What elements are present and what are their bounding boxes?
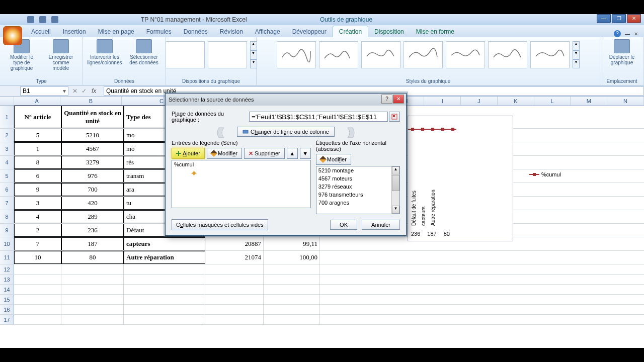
tab-donnees[interactable]: Données	[178, 26, 214, 37]
row-header[interactable]: 15	[0, 295, 14, 304]
axis-listbox[interactable]: 5210 montage 4567 moteurs 3279 réseaux 9…	[316, 166, 400, 214]
minimize-button[interactable]: —	[597, 14, 611, 23]
switch-row-col-button[interactable]: Intervertir les lignes/colonnes	[88, 39, 121, 65]
cell[interactable]: 3	[14, 197, 61, 210]
row-header[interactable]: 6	[0, 183, 14, 196]
cell[interactable]: 4567	[61, 142, 124, 155]
scroll-thumb[interactable]	[392, 175, 399, 191]
help-icon[interactable]: ?	[614, 30, 621, 37]
list-item[interactable]: 976 transmetteurs	[316, 191, 399, 199]
row-header[interactable]: 10	[0, 237, 14, 250]
tab-insertion[interactable]: Insertion	[57, 26, 92, 37]
range-picker-icon[interactable]	[389, 112, 400, 122]
gallery-more-icon[interactable]: ▾	[573, 59, 580, 68]
cell[interactable]: 420	[61, 197, 124, 210]
layout-thumb[interactable]	[166, 41, 205, 68]
list-item[interactable]: 3279 réseaux	[316, 183, 399, 191]
office-button[interactable]	[3, 26, 22, 45]
remove-series-button[interactable]: ✕Supprimer	[244, 148, 285, 159]
list-item[interactable]: 5210 montage	[316, 166, 399, 174]
col-header[interactable]: M	[571, 97, 607, 105]
gallery-down-icon[interactable]: ▼	[250, 50, 257, 59]
name-box-dropdown-icon[interactable]: ▾	[63, 87, 66, 95]
ok-button[interactable]: OK	[330, 220, 357, 230]
move-chart-button[interactable]: Déplacer le graphique	[605, 39, 638, 65]
cell[interactable]: Autre réparation	[124, 251, 205, 264]
ribbon-minimize-icon[interactable]: —	[625, 31, 630, 37]
tab-developpeur[interactable]: Développeur	[286, 26, 333, 37]
style-thumb[interactable]	[319, 41, 358, 68]
cell[interactable]: 20887	[205, 237, 264, 250]
tab-mise-en-page[interactable]: Mise en page	[92, 26, 140, 37]
col-header[interactable]: N	[607, 97, 644, 105]
doc-close-icon[interactable]: ✕	[634, 31, 638, 37]
style-thumb[interactable]	[277, 41, 316, 68]
select-data-button[interactable]: Sélectionner des données	[127, 39, 160, 65]
row-header[interactable]: 8	[0, 210, 14, 223]
cell[interactable]: capteurs	[124, 237, 205, 250]
chart-range-input[interactable]	[249, 112, 388, 122]
cell[interactable]: 3279	[61, 156, 124, 169]
gallery-more-icon[interactable]: ▾	[250, 59, 257, 68]
scrollbar[interactable]: ▲▼	[391, 166, 399, 214]
scroll-up-icon[interactable]: ▲	[392, 166, 399, 174]
move-down-button[interactable]: ▼	[300, 148, 311, 159]
col-header[interactable]: L	[534, 97, 571, 105]
add-series-button[interactable]: Ajouter	[172, 148, 205, 159]
col-header[interactable]: I	[424, 97, 461, 105]
style-thumb[interactable]	[361, 41, 400, 68]
col-header[interactable]: A	[14, 97, 60, 105]
row-header[interactable]: 14	[0, 285, 14, 294]
cell[interactable]: 9	[14, 183, 61, 196]
cell[interactable]: 80	[61, 251, 124, 264]
row-header[interactable]: 4	[0, 156, 14, 169]
cell[interactable]: 100,00	[264, 251, 320, 264]
undo-icon[interactable]	[39, 16, 46, 23]
cell[interactable]: 700	[61, 183, 124, 196]
style-thumb[interactable]	[530, 41, 570, 68]
cell[interactable]: 5	[14, 129, 61, 142]
cancel-button[interactable]: Annuler	[362, 220, 400, 230]
cell[interactable]: 2	[14, 224, 61, 237]
hidden-cells-button[interactable]: Cellules masquées et cellules vides	[172, 219, 268, 230]
move-up-button[interactable]: ▲	[287, 148, 298, 159]
select-all-corner[interactable]	[0, 97, 14, 105]
gallery-up-icon[interactable]: ▲	[573, 41, 580, 50]
tab-formules[interactable]: Formules	[140, 26, 178, 37]
row-header[interactable]: 5	[0, 169, 14, 183]
scroll-down-icon[interactable]: ▼	[392, 206, 399, 214]
cell[interactable]: 8	[14, 156, 61, 169]
dialog-close-button[interactable]: ✕	[393, 95, 404, 104]
cell[interactable]: 236	[61, 224, 124, 237]
tab-mise-en-forme[interactable]: Mise en forme	[410, 26, 460, 37]
dialog-help-button[interactable]: ?	[381, 95, 392, 104]
cell[interactable]: Quantité en stock en unité	[61, 106, 124, 128]
list-item[interactable]: 700 aragnes	[316, 199, 399, 207]
list-item[interactable]: %cumul	[172, 160, 310, 168]
dialog-titlebar[interactable]: Sélectionner la source de données ? ✕	[166, 94, 406, 106]
close-button[interactable]: ✕	[627, 14, 641, 23]
cell[interactable]: 289	[61, 210, 124, 223]
row-header[interactable]: 2	[0, 129, 14, 142]
cell[interactable]: 976	[61, 169, 124, 183]
style-thumb[interactable]	[446, 41, 485, 68]
row-header[interactable]: 12	[0, 264, 14, 274]
list-item[interactable]: 4567 moteurs	[316, 174, 399, 183]
edit-series-button[interactable]: Modifier	[207, 148, 242, 159]
cell[interactable]: 7	[14, 237, 61, 250]
save-icon[interactable]	[27, 16, 34, 23]
cell[interactable]: 21074	[205, 251, 264, 264]
save-as-template-button[interactable]: Enregistrer comme modèle	[44, 39, 77, 71]
style-thumb[interactable]	[404, 41, 443, 68]
cell[interactable]: 1	[14, 142, 61, 155]
row-header[interactable]: 7	[0, 197, 14, 210]
row-header[interactable]: 9	[0, 224, 14, 237]
cell[interactable]: 6	[14, 169, 61, 183]
row-header[interactable]: 17	[0, 315, 14, 324]
tab-affichage[interactable]: Affichage	[249, 26, 286, 37]
gallery-up-icon[interactable]: ▲	[250, 41, 257, 50]
col-header[interactable]: K	[498, 97, 534, 105]
edit-axis-button[interactable]: Modifier	[316, 154, 351, 165]
row-header[interactable]: 1	[0, 106, 14, 128]
cell[interactable]: 99,11	[264, 237, 320, 250]
